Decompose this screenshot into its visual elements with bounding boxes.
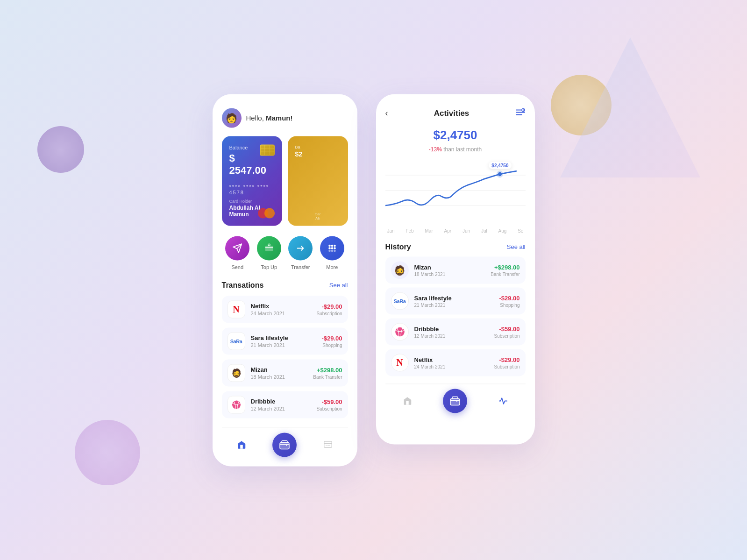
tx-mizan-date: 18 March 2021 <box>251 374 313 380</box>
month-jan: Jan <box>387 228 395 233</box>
months-row: Jan Feb Mar Apr Jun Jul Aug Se <box>385 228 526 233</box>
hi-netflix-type: Subscription <box>494 364 519 369</box>
more-label: More <box>326 264 338 269</box>
table-row[interactable]: N Netflix 24 March 2021 -$29.00 Subscrip… <box>222 296 348 323</box>
send-label: Send <box>231 264 243 269</box>
main-card[interactable]: Balance $ 2547.00 **** **** **** 4578 Ca… <box>222 136 282 226</box>
tx-mizan-name: Mizan <box>251 366 313 373</box>
decorative-blob-left <box>37 126 84 173</box>
nav-profile-button[interactable] <box>320 436 336 453</box>
table-row[interactable]: Dribbble 12 March 2021 -$59.00 Subscript… <box>222 391 348 418</box>
svg-rect-14 <box>324 441 332 447</box>
topup-label: Top Up <box>261 264 277 269</box>
transactions-header: Transations See all <box>222 281 348 289</box>
right-phone: ‹ Activities $2,4750 -13% than last mont… <box>376 94 535 444</box>
big-amount: $2,4750 <box>385 128 526 142</box>
tx-sara-type: Shopping <box>321 342 342 347</box>
history-see-all[interactable]: See all <box>507 243 526 250</box>
tx-netflix-date: 24 March 2021 <box>251 311 317 316</box>
sara-logo: SaRa <box>228 332 245 350</box>
month-apr: Apr <box>444 228 452 233</box>
hi-dribbble-name: Dribbble <box>414 325 494 332</box>
mastercard-icon <box>258 208 275 218</box>
list-item[interactable]: 🧔 Mizan 18 March 2021 +$298.00 Bank Tran… <box>385 256 526 284</box>
list-item[interactable]: SaRa Sara lifestyle 21 March 2021 -$29.0… <box>385 287 526 314</box>
list-item[interactable]: N Netflix 24 March 2021 -$29.00 Subscrip… <box>385 349 526 376</box>
hi-netflix-logo: N <box>391 354 409 371</box>
send-icon <box>225 236 249 260</box>
more-button[interactable]: More <box>320 236 344 269</box>
tx-sara-name: Sara lifestyle <box>251 334 322 341</box>
month-jun: Jun <box>462 228 470 233</box>
table-row[interactable]: SaRa Sara lifestyle 21 March 2021 -$29.0… <box>222 327 348 354</box>
change-percent: -13% <box>429 146 442 152</box>
tx-sara-amount: -$29.00 <box>321 334 342 341</box>
decorative-blob-bottom-left <box>75 420 140 485</box>
left-phone: 🧑 Hello, Mamun! Balance $ 2547.00 **** *… <box>213 94 357 466</box>
tx-dribbble-type: Subscription <box>316 406 342 411</box>
topup-icon <box>257 236 281 260</box>
hi-netflix-date: 24 March 2021 <box>414 364 494 369</box>
hi-sara-type: Shopping <box>499 302 519 307</box>
left-phone-header: 🧑 Hello, Mamun! <box>222 108 348 128</box>
transfer-button[interactable]: Transfer <box>288 236 313 269</box>
phones-container: 🧑 Hello, Mamun! Balance $ 2547.00 **** *… <box>213 94 535 466</box>
table-row[interactable]: 🧔 Mizan 18 March 2021 +$298.00 Bank Tran… <box>222 359 348 386</box>
secondary-card-label: Ba <box>295 144 341 149</box>
month-feb: Feb <box>406 228 413 233</box>
hi-mizan-amount: +$298.00 <box>491 263 519 270</box>
transactions-title: Transations <box>222 281 264 289</box>
hi-dribbble-type: Subscription <box>494 333 519 338</box>
hi-mizan-date: 18 March 2021 <box>414 271 491 276</box>
nav-wallet-center-button[interactable] <box>272 432 297 457</box>
month-sep: Se <box>518 228 523 233</box>
svg-point-5 <box>328 247 331 249</box>
tx-netflix-amount: -$29.00 <box>316 303 342 310</box>
svg-point-2 <box>328 244 331 247</box>
hi-mizan-type: Bank Transfer <box>491 271 519 276</box>
tx-dribbble-date: 12 March 2021 <box>251 406 317 411</box>
transfer-icon <box>288 236 313 260</box>
history-section: History See all 🧔 Mizan 18 March 2021 +$… <box>385 242 526 376</box>
greeting-text: Hello, Mamun! <box>246 114 293 122</box>
svg-point-19 <box>522 109 523 110</box>
back-button[interactable]: ‹ <box>385 108 388 118</box>
actions-row: Send Top Up <box>222 236 348 269</box>
secondary-card[interactable]: Ba $2 CarAb <box>288 136 348 226</box>
topup-button[interactable]: Top Up <box>257 236 281 269</box>
tx-netflix-name: Netflix <box>251 303 317 310</box>
right-nav-activity-button[interactable] <box>495 392 512 409</box>
more-icon <box>320 236 344 260</box>
hi-dribbble-logo <box>391 323 409 340</box>
transfer-label: Transfer <box>291 264 310 269</box>
card-number: **** **** **** 4578 <box>229 184 275 195</box>
hi-sara-name: Sara lifestyle <box>414 294 499 301</box>
chart-label: $2,4750 <box>489 162 511 169</box>
right-nav-wallet-center-button[interactable] <box>443 389 467 413</box>
netflix-logo: N <box>228 300 245 318</box>
svg-rect-0 <box>265 246 273 251</box>
mizan-logo: 🧔 <box>228 364 245 382</box>
hi-mizan-logo: 🧔 <box>391 261 409 279</box>
svg-point-8 <box>328 249 331 252</box>
amount-display: $2,4750 <box>385 128 526 142</box>
transactions-see-all[interactable]: See all <box>329 282 348 289</box>
svg-rect-13 <box>280 442 289 449</box>
filter-icon[interactable] <box>515 108 526 118</box>
svg-point-6 <box>331 247 333 249</box>
hi-dribbble-date: 12 March 2021 <box>414 333 494 338</box>
card-holder-label: Card Holder <box>229 198 275 203</box>
chart-svg <box>385 160 526 220</box>
hi-sara-logo: SaRa <box>391 292 409 310</box>
hi-netflix-name: Netflix <box>414 356 494 363</box>
secondary-card-amount: $2 <box>295 150 341 157</box>
send-button[interactable]: Send <box>225 236 249 269</box>
right-nav-home-button[interactable] <box>399 392 416 409</box>
list-item[interactable]: Dribbble 12 March 2021 -$59.00 Subscript… <box>385 318 526 345</box>
hi-sara-amount: -$29.00 <box>499 294 519 301</box>
nav-home-button[interactable] <box>233 436 250 453</box>
card-chip-icon <box>260 144 275 156</box>
tx-dribbble-amount: -$59.00 <box>316 398 342 405</box>
tx-sara-date: 21 March 2021 <box>251 342 322 348</box>
cards-area: Balance $ 2547.00 **** **** **** 4578 Ca… <box>222 136 348 226</box>
